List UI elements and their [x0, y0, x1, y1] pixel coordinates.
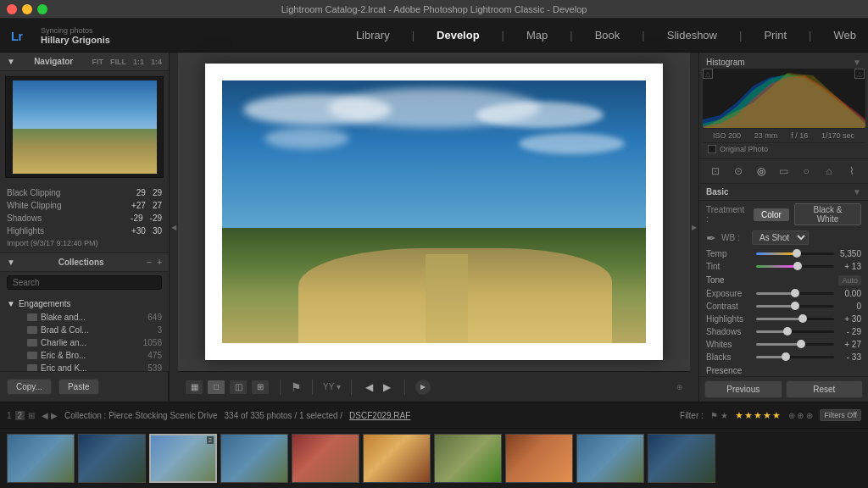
- maximize-button[interactable]: [37, 4, 47, 14]
- filmstrip-thumb[interactable]: [648, 434, 715, 483]
- filmstrip-thumb[interactable]: [576, 434, 644, 483]
- filmstrip-thumb[interactable]: [292, 434, 359, 483]
- filter-flag-icon[interactable]: ⚑: [710, 411, 718, 420]
- blacks-slider-row: Blacks - 33: [706, 351, 861, 363]
- collections-plus[interactable]: +: [157, 258, 162, 267]
- page-number-1[interactable]: 1: [7, 411, 12, 420]
- slider-section: Temp 5,350 Tint + 1: [699, 247, 868, 376]
- nav-links: Library | Develop | Map | Book | Slidesh…: [353, 27, 860, 43]
- left-panel-collapse[interactable]: ◀: [170, 53, 178, 402]
- adjustment-brush-tool[interactable]: ⌂: [821, 163, 837, 180]
- wb-value-area: As Shot Auto Daylight Cloudy: [752, 230, 809, 245]
- filmstrip-thumb[interactable]: [78, 434, 146, 483]
- highlights-slider[interactable]: [756, 318, 834, 320]
- navigator-header[interactable]: ▼ Navigator FIT FILL 1:1 1:4: [0, 53, 169, 71]
- filters-off-btn[interactable]: Filters Off: [820, 409, 861, 421]
- temp-slider[interactable]: [756, 252, 834, 255]
- filter-star-icon[interactable]: ★: [721, 411, 728, 420]
- 1to4-btn[interactable]: 1:4: [151, 58, 162, 66]
- collections-minus[interactable]: −: [147, 258, 152, 267]
- exif-focal: 23 mm: [754, 131, 778, 140]
- previous-button[interactable]: Previous: [704, 380, 782, 398]
- minimize-button[interactable]: [22, 4, 32, 14]
- nav-web[interactable]: Web: [831, 27, 860, 43]
- spot-removal-tool[interactable]: ⊙: [730, 163, 747, 180]
- filmstrip-back-icon[interactable]: ⊞: [28, 411, 35, 420]
- reset-button[interactable]: Reset: [786, 380, 864, 398]
- nav-book[interactable]: Book: [592, 27, 624, 43]
- tint-slider-row: Tint + 13: [706, 260, 861, 273]
- list-item[interactable]: Eric and K... 539: [0, 362, 169, 371]
- wb-eyedropper[interactable]: ✒: [706, 231, 716, 245]
- list-item[interactable]: Brad & Col... 3: [0, 324, 169, 336]
- filmstrip-thumb[interactable]: [7, 434, 75, 483]
- right-panel-collapse[interactable]: ▶: [690, 53, 698, 402]
- slideshow-play-btn[interactable]: ▶: [415, 380, 431, 395]
- exposure-slider[interactable]: [756, 292, 834, 295]
- close-button[interactable]: [7, 4, 17, 14]
- collection-group-engagements[interactable]: ▼ Engagements: [0, 297, 169, 311]
- rating-group: YY ▾: [323, 382, 341, 391]
- collections-search-input[interactable]: [7, 275, 162, 290]
- toolbar-separator-3: [351, 380, 352, 395]
- blacks-slider[interactable]: [756, 356, 834, 358]
- copy-button[interactable]: Copy...: [7, 379, 52, 395]
- paste-button[interactable]: Paste: [58, 379, 99, 395]
- filename[interactable]: DSCF2029.RAF: [349, 411, 410, 420]
- loupe-view-btn[interactable]: □: [207, 380, 225, 395]
- syncing-label: Syncing photos: [41, 26, 110, 35]
- histogram-expand-icon[interactable]: ▼: [853, 58, 861, 67]
- filmstrip-thumb[interactable]: [434, 434, 502, 483]
- grid-view-btn[interactable]: ▦: [185, 380, 203, 395]
- list-item[interactable]: Eric & Bro... 475: [0, 349, 169, 362]
- nav-library[interactable]: Library: [353, 27, 393, 43]
- wb-select[interactable]: As Shot Auto Daylight Cloudy: [752, 230, 809, 245]
- contrast-slider[interactable]: [756, 305, 834, 308]
- collections-header[interactable]: ▼ Collections − +: [0, 252, 169, 272]
- whites-slider[interactable]: [756, 343, 834, 346]
- filmstrip-thumb[interactable]: [363, 434, 431, 483]
- histogram-highlights-clip[interactable]: △: [854, 69, 865, 79]
- filmstrip-thumb[interactable]: [505, 434, 573, 483]
- nav-develop[interactable]: Develop: [433, 27, 483, 43]
- toolbar-separator: [280, 380, 281, 395]
- nav-map[interactable]: Map: [523, 27, 551, 43]
- filmstrip-prev-arrow[interactable]: ◀: [42, 411, 48, 420]
- nav-print[interactable]: Print: [760, 27, 790, 43]
- left-panel-bottom: Copy... Paste: [0, 371, 169, 402]
- filmstrip-thumb-selected[interactable]: 2: [149, 434, 217, 483]
- nav-next-btn[interactable]: ▶: [380, 381, 394, 393]
- survey-view-btn[interactable]: ⊞: [251, 380, 270, 395]
- star-rating-filter[interactable]: ★★★★★: [735, 410, 782, 421]
- tint-slider[interactable]: [756, 265, 834, 268]
- nav-prev-btn[interactable]: ◀: [362, 381, 376, 393]
- page-number-2[interactable]: 2: [15, 411, 25, 420]
- fit-btn[interactable]: FIT: [92, 58, 103, 66]
- graduated-filter-tool[interactable]: ▭: [775, 163, 792, 180]
- temp-slider-row: Temp 5,350: [706, 247, 861, 260]
- filmstrip-next-arrow[interactable]: ▶: [51, 411, 58, 420]
- fill-btn[interactable]: FILL: [110, 58, 126, 66]
- histogram-shadows-clip[interactable]: △: [703, 69, 713, 79]
- treatment-color-btn[interactable]: Color: [754, 208, 789, 221]
- original-photo-checkbox[interactable]: [708, 145, 716, 153]
- user-info: Syncing photos Hillary Grigonis: [41, 26, 110, 45]
- auto-tone-btn[interactable]: Auto: [838, 275, 861, 286]
- flag-icon[interactable]: ⚑: [291, 380, 302, 394]
- tone-curve-tool[interactable]: ⌇: [843, 163, 860, 180]
- filmstrip-thumb[interactable]: [220, 434, 288, 483]
- basic-panel-expand[interactable]: ▼: [853, 187, 861, 197]
- radial-filter-tool[interactable]: ○: [798, 163, 815, 180]
- red-eye-tool[interactable]: ◎: [753, 163, 770, 180]
- treatment-bw-btn[interactable]: Black & White: [794, 203, 861, 225]
- treatment-row: Treatment : Color Black & White: [699, 201, 868, 228]
- list-item[interactable]: Blake and... 649: [0, 311, 169, 324]
- shadows-slider[interactable]: [756, 330, 834, 333]
- crop-tool[interactable]: ⊡: [707, 163, 724, 180]
- basic-panel-header[interactable]: Basic ▼: [699, 184, 868, 201]
- navigator-thumbnail: [5, 76, 164, 178]
- 1to1-btn[interactable]: 1:1: [133, 58, 144, 66]
- compare-view-btn[interactable]: ◫: [229, 380, 248, 395]
- list-item[interactable]: Charlie an... 1058: [0, 336, 169, 349]
- nav-slideshow[interactable]: Slideshow: [664, 27, 721, 43]
